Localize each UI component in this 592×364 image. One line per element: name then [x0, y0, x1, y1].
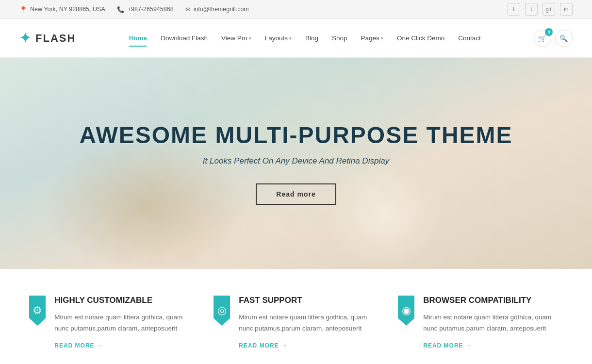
- hero-read-more-button[interactable]: Read more: [256, 183, 336, 205]
- feature-read-more-link-2[interactable]: READ MORE →: [423, 342, 563, 349]
- nav-shop[interactable]: Shop: [326, 31, 353, 46]
- location-icon: 📍: [19, 6, 27, 13]
- nav-layouts[interactable]: Layouts ▾: [259, 31, 297, 46]
- hero-title: AWESOME MULTI-PURPOSE THEME: [79, 122, 512, 149]
- search-button[interactable]: 🔍: [555, 30, 573, 47]
- feature-row: ◎ FAST SUPPORT Mirum est notare quam lit…: [214, 296, 378, 349]
- feature-row: ⚙ HIGHLY CUSTOMIZABLE Mirum est notare q…: [29, 296, 194, 349]
- top-bar-left: 📍 New York, NY 928865, USA 📞 +987-265945…: [19, 6, 249, 13]
- nav-pages[interactable]: Pages ▾: [355, 31, 389, 46]
- hero-section: AWESOME MULTI-PURPOSE THEME It Looks Per…: [0, 58, 592, 269]
- feature-row: ◉ BROWSER COMPATIBILITY Mirum est notare…: [398, 296, 563, 349]
- main-nav: Home Download Flash View Pro ▾ Layouts ▾…: [123, 31, 487, 46]
- chevron-down-icon: ▾: [381, 36, 383, 41]
- twitter-icon[interactable]: t: [525, 3, 538, 16]
- location-item: 📍 New York, NY 928865, USA: [19, 6, 105, 13]
- arrow-right-icon: →: [282, 342, 288, 349]
- browser-icon: ◉: [402, 304, 411, 317]
- hero-content: AWESOME MULTI-PURPOSE THEME It Looks Per…: [0, 58, 592, 269]
- email-icon: ✉: [185, 6, 191, 13]
- customizable-icon-wrap: ⚙: [29, 296, 46, 326]
- arrow-right-icon: →: [98, 342, 104, 349]
- feature-read-more-link-0[interactable]: READ MORE →: [54, 342, 194, 349]
- email-text: info@themegrill.com: [194, 6, 249, 13]
- chevron-down-icon: ▾: [289, 36, 292, 41]
- support-icon-wrap: ◎: [214, 296, 230, 326]
- nav-home[interactable]: Home: [123, 31, 153, 46]
- feature-browser: ◉ BROWSER COMPATIBILITY Mirum est notare…: [398, 296, 563, 349]
- feature-desc: Mirum est notare quam littera gothica, q…: [54, 312, 194, 334]
- chevron-down-icon: ▾: [249, 36, 251, 41]
- phone-icon: 📞: [117, 6, 125, 13]
- feature-customizable: ⚙ HIGHLY CUSTOMIZABLE Mirum est notare q…: [29, 296, 194, 349]
- feature-title: BROWSER COMPATIBILITY: [423, 296, 563, 305]
- header-icons: 🛒 0 🔍: [534, 30, 573, 47]
- search-icon: 🔍: [559, 34, 568, 42]
- feature-support: ◎ FAST SUPPORT Mirum est notare quam lit…: [214, 296, 378, 349]
- hero-subtitle: It Looks Perfect On Any Device And Retin…: [203, 156, 389, 166]
- nav-download-flash[interactable]: Download Flash: [155, 31, 214, 46]
- feature-desc: Mirum est notare quam littera gothica, q…: [239, 312, 378, 334]
- gear-icon: ⚙: [33, 304, 42, 317]
- cart-button[interactable]: 🛒 0: [534, 30, 551, 47]
- email-item: ✉ info@themegrill.com: [185, 6, 249, 13]
- logo-bird-icon: ✦: [19, 30, 32, 46]
- feature-title: HIGHLY CUSTOMIZABLE: [54, 296, 194, 305]
- feature-text-block: BROWSER COMPATIBILITY Mirum est notare q…: [423, 296, 563, 349]
- arrow-right-icon: →: [466, 342, 473, 349]
- nav-view-pro[interactable]: View Pro ▾: [215, 31, 257, 46]
- nav-contact[interactable]: Contact: [452, 31, 487, 46]
- location-text: New York, NY 928865, USA: [30, 6, 105, 13]
- phone-item: 📞 +987-265945868: [117, 6, 174, 13]
- features-section: ⚙ HIGHLY CUSTOMIZABLE Mirum est notare q…: [0, 269, 592, 364]
- googleplus-icon[interactable]: g+: [543, 3, 555, 16]
- support-icon: ◎: [217, 304, 227, 317]
- feature-text-block: FAST SUPPORT Mirum est notare quam litte…: [239, 296, 378, 349]
- logo[interactable]: ✦ FLASH: [19, 30, 76, 46]
- social-links: f t g+ in: [508, 3, 573, 16]
- cart-icon: 🛒: [538, 34, 547, 43]
- linkedin-icon[interactable]: in: [560, 3, 573, 16]
- feature-read-more-link-1[interactable]: READ MORE →: [239, 342, 378, 349]
- browser-icon-wrap: ◉: [398, 296, 414, 326]
- phone-text: +987-265945868: [128, 6, 174, 13]
- nav-blog[interactable]: Blog: [299, 31, 324, 46]
- header: ✦ FLASH Home Download Flash View Pro ▾ L…: [0, 19, 592, 58]
- logo-text: FLASH: [35, 32, 76, 45]
- feature-title: FAST SUPPORT: [239, 296, 378, 305]
- top-bar: 📍 New York, NY 928865, USA 📞 +987-265945…: [0, 0, 592, 19]
- nav-one-click-demo[interactable]: One Click Demo: [391, 31, 450, 46]
- facebook-icon[interactable]: f: [508, 3, 520, 16]
- cart-badge: 0: [545, 28, 553, 36]
- feature-desc: Mirum est notare quam littera gothica, q…: [423, 312, 563, 334]
- feature-text-block: HIGHLY CUSTOMIZABLE Mirum est notare qua…: [54, 296, 194, 349]
